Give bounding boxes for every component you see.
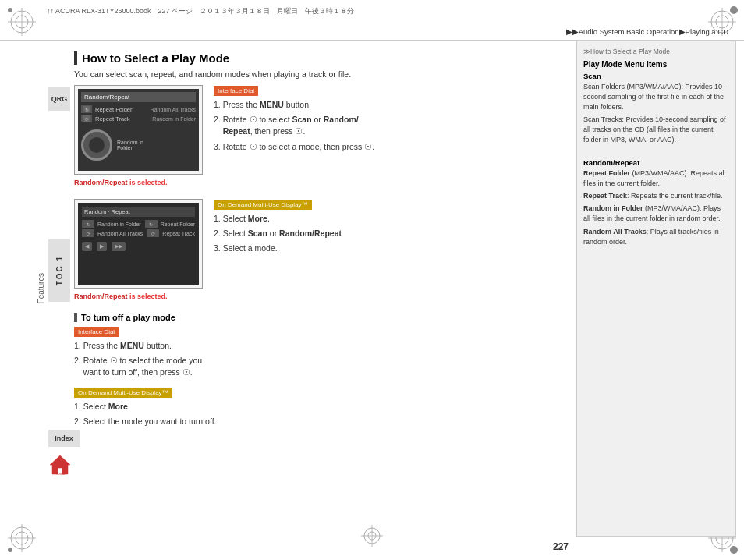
index-step-1: 1. Select More. <box>74 401 572 413</box>
s2-btn-back: ◀ <box>82 242 92 251</box>
s2-btn-next: ▶▶ <box>112 242 126 251</box>
instructions-col-2: On Demand Multi-Use Display™ 1. Select M… <box>214 199 572 258</box>
scan-tracks-text: Scan Tracks: Provides 10-second sampling… <box>583 115 729 145</box>
top-bar: ↑↑ ACURA RLX-31TY26000.book 227 ページ ２０１３… <box>0 0 744 41</box>
screen1-circle-area: Random inFolder <box>81 129 196 161</box>
instructions-col-1: Interface Dial 1. Press the MENU button.… <box>214 85 572 156</box>
turn-off-title: To turn off a play mode <box>74 313 572 322</box>
interface-dial-badge-2: Interface Dial <box>74 327 119 337</box>
page-number: 227 <box>553 541 569 552</box>
index-step-2: 2. Select the mode you want to turn off. <box>74 416 572 427</box>
s2-row-2: ⟳ Random All Tracks ⟳ Repeat Track <box>82 229 195 237</box>
step-2-1: 1. Select More. <box>214 213 572 225</box>
step-1-1: 1. Press the MENU button. <box>214 99 572 111</box>
section-title: How to Select a Play Mode <box>74 51 572 65</box>
random-all-text: Random All Tracks: Plays all tracks/file… <box>583 227 729 247</box>
svg-text:Home: Home <box>55 471 66 476</box>
screen1-item-2: ⟳ Repeat Track Random in Folder <box>81 115 196 122</box>
screen-col-1: Random/Repeat ↻ Repeat Folder Random All… <box>74 85 203 191</box>
s2-icon-1: ↻ <box>82 220 94 228</box>
qrg-label[interactable]: QRG <box>48 87 70 111</box>
content-row-2: Random · Repeat ↻ Random in Folder ↻ Rep… <box>74 199 572 305</box>
svg-text:↻: ↻ <box>85 108 89 112</box>
s2-row-1: ↻ Random in Folder ↻ Repeat Folder <box>82 220 195 228</box>
s2-icon-2: ↻ <box>145 220 158 228</box>
icon-repeat: ↻ <box>81 105 92 113</box>
step-1-3: 3. Rotate ☉ to select a mode, then press… <box>214 141 572 153</box>
s2-buttons: ◀ ▶ ▶▶ <box>82 242 195 251</box>
screen2-title: Random · Repeat <box>82 207 195 217</box>
svg-point-14 <box>8 548 12 552</box>
screen-1: Random/Repeat ↻ Repeat Folder Random All… <box>74 85 203 175</box>
random-repeat-subtitle: Random/Repeat <box>583 158 729 167</box>
screen1-selected: Random/Repeat is selected. <box>74 179 203 186</box>
toc-label[interactable]: TOC 1 <box>48 239 70 302</box>
random-folder-text: Random in Folder (MP3/WMA/AAC): Plays al… <box>583 204 729 224</box>
step-1-2: 2. Rotate ☉ to select Scan or Random/ Re… <box>214 114 572 137</box>
bottom-center-crosshair <box>361 525 383 548</box>
screen2-selected: Random/Repeat is selected. <box>74 292 203 300</box>
screen1-item-1: ↻ Repeat Folder Random All Tracks <box>81 105 196 113</box>
step-2-3: 3. Select a mode. <box>214 243 572 254</box>
interface-dial-badge-1: Interface Dial <box>214 86 258 96</box>
on-demand-badge-1: On Demand Multi-Use Display™ <box>214 200 312 210</box>
scan-folders-text: Scan Folders (MP3/WMA/AAC): Provides 10-… <box>583 82 729 112</box>
on-demand-badge-2: On Demand Multi-Use Display™ <box>74 388 172 398</box>
right-panel: ≫How to Select a Play Mode Play Mode Men… <box>576 41 736 537</box>
index-section: On Demand Multi-Use Display™ 1. Select M… <box>74 387 572 427</box>
s2-btn-play: ▶ <box>97 242 107 251</box>
screen-2: Random · Repeat ↻ Random in Folder ↻ Rep… <box>74 199 203 289</box>
repeat-folder-text: Repeat Folder (MP3/WMA/AAC): Repeats all… <box>583 168 729 189</box>
features-label: Features <box>37 273 45 303</box>
screen-col-2: Random · Repeat ↻ Random in Folder ↻ Rep… <box>74 199 203 305</box>
main-content: How to Select a Play Mode You can select… <box>74 41 572 537</box>
content-row-1: Random/Repeat ↻ Repeat Folder Random All… <box>74 85 572 191</box>
svg-point-19 <box>730 546 738 554</box>
scan-subtitle: Scan <box>583 72 729 80</box>
s2-icon-3: ⟳ <box>82 229 94 237</box>
turn-off-step-1: 1. Press the MENU button. <box>74 340 572 352</box>
s2-icon-4: ⟳ <box>147 229 159 237</box>
svg-text:⟳: ⟳ <box>85 117 89 122</box>
corner-decoration-bl <box>6 523 37 554</box>
turn-off-step-2: 2. Rotate ☉ to select the mode you want … <box>74 355 572 378</box>
file-info: ↑↑ ACURA RLX-31TY26000.book 227 ページ ２０１３… <box>47 6 354 16</box>
icon-repeat2: ⟳ <box>81 115 92 122</box>
right-panel-breadcrumb: ≫How to Select a Play Mode <box>583 48 729 55</box>
intro-text: You can select scan, repeat, and random … <box>74 69 572 79</box>
right-panel-title: Play Mode Menu Items <box>583 60 729 69</box>
step-2-2: 2. Select Scan or Random/Repeat <box>214 228 572 239</box>
screen1-title: Random/Repeat <box>81 92 196 102</box>
repeat-track-text: Repeat Track: Repeats the current track/… <box>583 191 729 201</box>
breadcrumb: ▶▶Audio System Basic Operation▶Playing a… <box>566 27 728 36</box>
